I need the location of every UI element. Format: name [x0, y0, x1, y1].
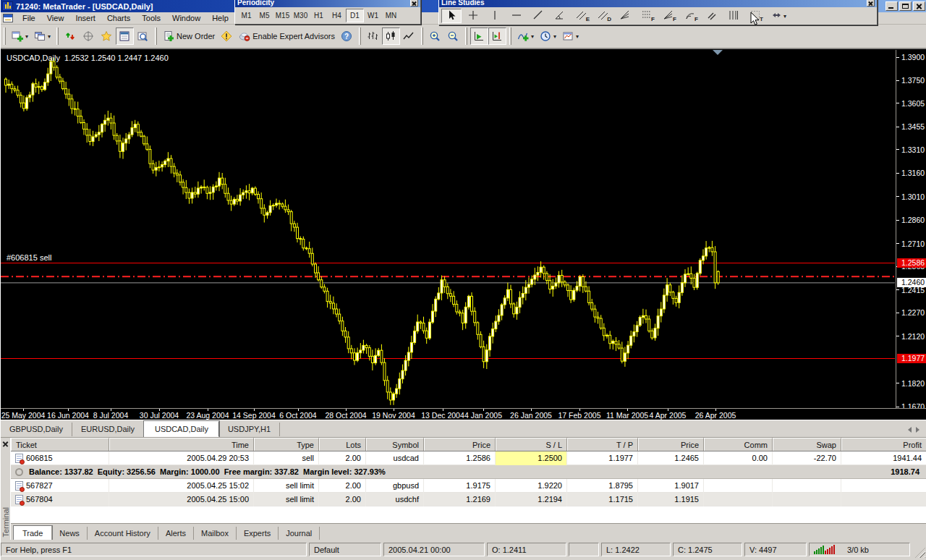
chart-tab-usdcad[interactable]: USDCAD,Daily: [144, 421, 219, 437]
trendline-button[interactable]: [528, 9, 548, 23]
std-dev-channel-button[interactable]: D: [593, 9, 613, 23]
dropdown-arrow-icon[interactable]: ▾: [531, 33, 534, 40]
new-order-button[interactable]: New Order: [160, 27, 218, 45]
terminal-tab-trade[interactable]: Trade: [14, 526, 52, 540]
column-header-symbol[interactable]: Symbol: [366, 438, 424, 451]
chart-tab-eurusd[interactable]: EURUSD,Daily: [72, 423, 144, 436]
cursor-button[interactable]: [441, 9, 462, 23]
crosshair-tool-button[interactable]: [463, 9, 483, 23]
new-chart-button[interactable]: ▾: [9, 27, 31, 45]
crosshair-button[interactable]: [80, 27, 98, 45]
terminal-tab-account-history[interactable]: Account History: [88, 527, 158, 540]
equidistant-channel-button[interactable]: E: [572, 9, 592, 23]
menu-help[interactable]: Help: [206, 13, 234, 23]
resize-grip[interactable]: [912, 543, 926, 559]
menu-file[interactable]: File: [17, 13, 41, 23]
toolbar-grip[interactable]: [509, 27, 511, 45]
terminal-tab-alerts[interactable]: Alerts: [158, 527, 194, 540]
profiles-button[interactable]: ▾: [31, 27, 54, 45]
terminal-tab-news[interactable]: News: [52, 527, 88, 540]
toolbar-grip[interactable]: [421, 27, 423, 45]
close-button[interactable]: [913, 1, 925, 11]
tick-chart-button[interactable]: [61, 27, 80, 45]
minimize-button[interactable]: [885, 1, 898, 11]
data-window-button[interactable]: [134, 27, 152, 45]
column-header-price[interactable]: Price: [638, 438, 704, 451]
terminal-close-icon[interactable]: [2, 441, 9, 447]
column-header-price[interactable]: Price: [424, 438, 496, 451]
line-studies-close-icon[interactable]: [867, 0, 875, 7]
terminal-tab-experts[interactable]: Experts: [237, 527, 279, 540]
menu-view[interactable]: View: [41, 13, 70, 23]
vertical-line-button[interactable]: [485, 9, 505, 23]
dropdown-arrow-icon[interactable]: ▾: [48, 33, 51, 40]
dropdown-arrow-icon[interactable]: ▾: [576, 33, 579, 40]
column-header-type[interactable]: Type: [254, 438, 319, 451]
menu-charts[interactable]: Charts: [101, 13, 136, 23]
periods-button[interactable]: ▾: [537, 27, 559, 45]
period-mn-button[interactable]: MN: [382, 9, 400, 22]
line-chart-mode-button[interactable]: [400, 27, 418, 45]
cycle-lines-button[interactable]: [723, 9, 744, 23]
dropdown-arrow-icon[interactable]: ▾: [25, 33, 28, 40]
help-button[interactable]: ?: [338, 27, 356, 45]
indicators-button[interactable]: ▾: [514, 27, 537, 45]
chart-tab-gbpusd[interactable]: GBPUSD,Daily: [1, 423, 72, 436]
order-row-567804[interactable]: 5678042005.04.25 15:00sell limit2.00usdc…: [11, 493, 926, 506]
menu-tools[interactable]: Tools: [136, 13, 166, 23]
expert-warning-button[interactable]: [218, 27, 236, 45]
column-header-comm[interactable]: Comm: [704, 438, 773, 451]
favorites-button[interactable]: [98, 27, 116, 45]
terminal-tab-mailbox[interactable]: Mailbox: [194, 527, 237, 540]
gann-fan-button[interactable]: [615, 9, 635, 23]
templates-button[interactable]: ▾: [559, 27, 582, 45]
menu-insert[interactable]: Insert: [69, 13, 101, 23]
period-w1-button[interactable]: W1: [364, 9, 382, 22]
order-row-606815[interactable]: 6068152005.04.29 20:53sell2.00usdcad1.25…: [11, 451, 926, 465]
menu-window[interactable]: Window: [166, 13, 206, 23]
bar-chart-mode-button[interactable]: [364, 27, 382, 45]
zoom-out-button[interactable]: [444, 27, 462, 45]
trend-by-angle-button[interactable]: [550, 9, 570, 23]
toolbar-grip[interactable]: [465, 27, 467, 45]
column-header-lots[interactable]: Lots: [319, 438, 366, 451]
fibo-fan-button[interactable]: F: [658, 9, 679, 23]
balance-row[interactable]: Balance: 1337.82 Equity: 3256.56 Margin:…: [11, 465, 926, 479]
period-h1-button[interactable]: H1: [310, 9, 328, 22]
column-header-profit[interactable]: Profit: [841, 438, 926, 451]
column-header-sl[interactable]: S / L: [496, 438, 567, 451]
tab-scroll-left-icon[interactable]: [908, 427, 912, 433]
tab-scroll-right-icon[interactable]: [916, 427, 919, 433]
fibo-arcs-button[interactable]: F: [680, 9, 700, 23]
chart-window-icon[interactable]: [3, 14, 13, 22]
candlestick-mode-button[interactable]: [382, 27, 400, 45]
column-header-ticket[interactable]: Ticket: [11, 438, 109, 451]
period-m5-button[interactable]: M5: [255, 9, 273, 22]
toolbar-grip[interactable]: [155, 27, 157, 45]
auto-scroll-button[interactable]: [470, 27, 488, 45]
period-h4-button[interactable]: H4: [328, 9, 346, 22]
chart-shift-button[interactable]: [488, 27, 506, 45]
toolbar-grip[interactable]: [56, 27, 59, 45]
order-row-567827[interactable]: 5678272005.04.25 15:02sell limit2.00gbpu…: [11, 479, 926, 493]
column-header-time[interactable]: Time: [109, 438, 254, 451]
period-d1-button[interactable]: D1: [346, 9, 364, 22]
period-m1-button[interactable]: M1: [237, 9, 255, 22]
enable-expert-advisors-button[interactable]: Enable Expert Advisors: [236, 27, 338, 45]
fibo-retracement-button[interactable]: F: [637, 9, 657, 23]
column-header-tp[interactable]: T / P: [567, 438, 638, 451]
period-m15-button[interactable]: M15: [273, 9, 292, 22]
dropdown-arrow-icon[interactable]: ▾: [553, 33, 556, 40]
periodicity-close-icon[interactable]: [410, 0, 418, 7]
horizontal-line-button[interactable]: [506, 9, 527, 23]
dropdown-arrow-icon[interactable]: ▾: [783, 13, 786, 20]
market-watch-button[interactable]: [116, 27, 134, 45]
terminal-tab-journal[interactable]: Journal: [279, 527, 320, 540]
toolbar-grip[interactable]: [359, 27, 361, 45]
zoom-in-button[interactable]: [426, 27, 444, 45]
column-header-swap[interactable]: Swap: [773, 438, 841, 451]
chart-shift-marker[interactable]: [713, 50, 723, 55]
parallel-lines-button[interactable]: [702, 9, 722, 23]
period-m30-button[interactable]: M30: [292, 9, 310, 22]
maximize-button[interactable]: [899, 1, 912, 11]
